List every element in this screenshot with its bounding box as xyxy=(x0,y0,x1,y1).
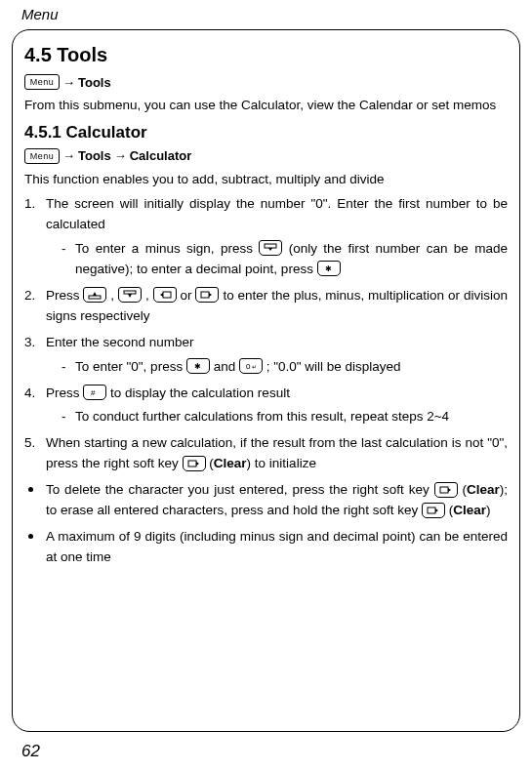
breadcrumb-label: Tools xyxy=(78,148,111,163)
step-4: 4. Press # to display the calculation re… xyxy=(24,384,508,428)
svg-rect-12 xyxy=(428,507,435,513)
svg-rect-10 xyxy=(188,461,196,467)
star-key-icon: ✱ xyxy=(317,261,341,276)
notes-list: To delete the character you just entered… xyxy=(24,480,508,568)
svg-rect-5 xyxy=(201,292,209,298)
step-1: 1. The screen will initially display the… xyxy=(24,194,508,280)
svg-rect-0 xyxy=(265,244,276,248)
subsection-heading: 4.5.1 Calculator xyxy=(24,123,508,142)
breadcrumb-label: Tools xyxy=(78,75,111,90)
step-3: 3. Enter the second number To enter "0",… xyxy=(24,333,508,378)
down-key-icon xyxy=(259,240,282,256)
hash-key-icon: # xyxy=(83,385,106,400)
step-text: to display the calculation result xyxy=(110,386,290,400)
sub-text: To conduct further calculations from thi… xyxy=(75,409,449,424)
step-3-sub: To enter "0", press ✱ and 0↵ ; "0.0" wil… xyxy=(61,357,508,378)
up-key-icon xyxy=(83,287,106,303)
svg-text:#: # xyxy=(91,388,96,397)
right-key-icon xyxy=(195,287,219,303)
breadcrumb-label: Calculator xyxy=(130,148,192,163)
right-soft-key-icon xyxy=(183,456,206,471)
breadcrumb-tools: Menu → Tools xyxy=(24,74,508,90)
step-5: 5. When starting a new calculation, if t… xyxy=(24,433,508,474)
step-text: Enter the second number xyxy=(46,335,194,349)
right-soft-key-icon xyxy=(434,482,458,498)
step-text: Press xyxy=(46,386,83,400)
left-key-icon xyxy=(153,287,177,303)
right-soft-key-icon xyxy=(422,503,445,518)
sub-text: ; "0.0" will be displayed xyxy=(266,359,401,374)
step-text: , xyxy=(145,288,153,303)
arrow-icon: → xyxy=(114,148,127,163)
zero-key-icon: 0↵ xyxy=(239,358,263,374)
arrow-icon: → xyxy=(62,75,75,90)
arrow-icon: → xyxy=(62,148,75,163)
step-1-sub: To enter a minus sign, press (only the f… xyxy=(61,239,508,280)
step-text: Press xyxy=(46,288,83,303)
svg-rect-4 xyxy=(163,292,171,298)
page-frame: 4.5 Tools Menu → Tools From this submenu… xyxy=(12,29,520,732)
svg-text:✱: ✱ xyxy=(325,264,332,273)
step-text: , xyxy=(110,288,118,303)
clear-label: Clear xyxy=(214,456,247,470)
note-text: To delete the character you just entered… xyxy=(46,482,434,497)
svg-rect-2 xyxy=(89,296,101,299)
sub-text: To enter a minus sign, press xyxy=(75,241,259,256)
sub-text: To enter "0", press xyxy=(75,359,186,374)
step-text: The screen will initially display the nu… xyxy=(46,196,508,231)
section-heading: 4.5 Tools xyxy=(24,44,508,66)
steps-list: 1. The screen will initially display the… xyxy=(24,194,508,474)
note-1: To delete the character you just entered… xyxy=(24,480,508,521)
intro-text: From this submenu, you can use the Calcu… xyxy=(24,96,508,115)
page-number: 62 xyxy=(21,742,40,761)
menu-key-icon: Menu xyxy=(24,148,60,164)
clear-label: Clear xyxy=(467,482,500,497)
svg-text:0: 0 xyxy=(246,362,251,371)
sub-text: and xyxy=(214,359,239,374)
svg-text:↵: ↵ xyxy=(252,364,257,370)
note-text: ) xyxy=(486,503,491,517)
menu-key-icon: Menu xyxy=(24,74,60,90)
step-4-sub: To conduct further calculations from thi… xyxy=(61,407,508,427)
clear-label: Clear xyxy=(453,503,486,517)
step-2: 2. Press , , or to enter the plus, minus… xyxy=(24,286,508,327)
step-text: ) to initialize xyxy=(247,456,316,470)
note-2: A maximum of 9 digits (including minus s… xyxy=(24,527,508,568)
step-text: or xyxy=(181,288,196,303)
calculator-desc: This function enables you to add, subtra… xyxy=(24,170,508,189)
note-text: A maximum of 9 digits (including minus s… xyxy=(46,529,508,564)
star-key-icon: ✱ xyxy=(186,358,210,374)
svg-rect-3 xyxy=(124,291,136,294)
breadcrumb-calculator: Menu → Tools → Calculator xyxy=(24,148,508,164)
page-header: Menu xyxy=(21,6,59,22)
down-key-icon xyxy=(118,287,142,303)
svg-rect-11 xyxy=(440,487,448,493)
svg-text:✱: ✱ xyxy=(194,362,201,371)
